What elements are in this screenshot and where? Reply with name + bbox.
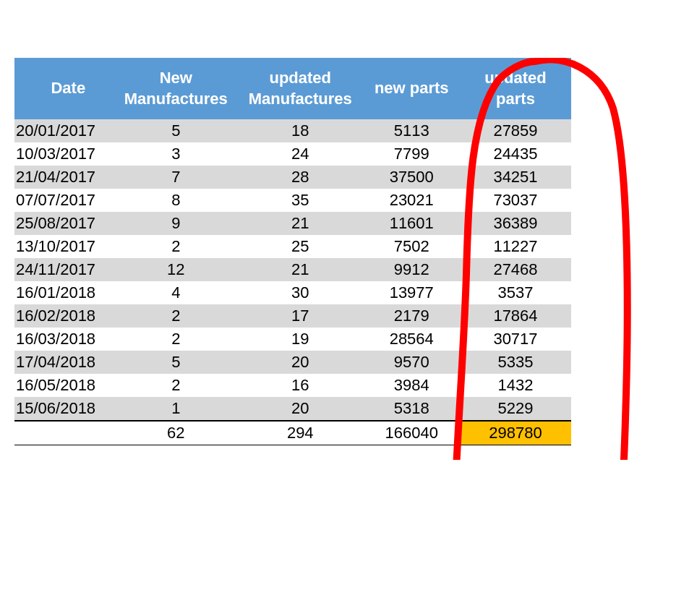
cell-updated-parts[interactable]: 5335: [460, 351, 571, 374]
cell-new-manufactures[interactable]: 2: [115, 374, 237, 397]
cell-new-parts[interactable]: 3984: [364, 374, 460, 397]
cell-updated-parts[interactable]: 3537: [460, 281, 571, 304]
cell-updated-manufactures[interactable]: 35: [237, 189, 364, 212]
cell-new-parts[interactable]: 7502: [364, 235, 460, 258]
cell-updated-manufactures[interactable]: 17: [237, 304, 364, 328]
cell-date[interactable]: 13/10/2017: [14, 235, 115, 258]
total-new-manufactures[interactable]: 62: [115, 421, 237, 445]
cell-new-parts[interactable]: 7799: [364, 142, 460, 166]
cell-date[interactable]: 15/06/2018: [14, 397, 115, 421]
cell-new-manufactures[interactable]: 3: [115, 142, 237, 166]
cell-date[interactable]: 21/04/2017: [14, 166, 115, 189]
cell-new-manufactures[interactable]: 2: [115, 304, 237, 328]
cell-new-manufactures[interactable]: 4: [115, 281, 237, 304]
cell-updated-manufactures[interactable]: 20: [237, 351, 364, 374]
cell-new-parts[interactable]: 28564: [364, 328, 460, 351]
cell-new-manufactures[interactable]: 5: [115, 351, 237, 374]
table-total-row: 62294166040298780: [14, 421, 571, 445]
cell-new-parts[interactable]: 23021: [364, 189, 460, 212]
cell-date[interactable]: 07/07/2017: [14, 189, 115, 212]
cell-updated-manufactures[interactable]: 25: [237, 235, 364, 258]
cell-updated-parts[interactable]: 1432: [460, 374, 571, 397]
cell-date[interactable]: 25/08/2017: [14, 212, 115, 235]
table-row: 25/08/20179211160136389: [14, 212, 571, 235]
table-row: 21/04/20177283750034251: [14, 166, 571, 189]
table-row: 13/10/2017225750211227: [14, 235, 571, 258]
cell-new-manufactures[interactable]: 12: [115, 258, 237, 281]
cell-updated-parts[interactable]: 36389: [460, 212, 571, 235]
cell-new-parts[interactable]: 5113: [364, 119, 460, 142]
cell-date[interactable]: 10/03/2017: [14, 142, 115, 166]
header-updated-manufactures[interactable]: updated Manufactures: [237, 58, 364, 119]
total-new-parts[interactable]: 166040: [364, 421, 460, 445]
cell-new-parts[interactable]: 37500: [364, 166, 460, 189]
cell-new-parts[interactable]: 13977: [364, 281, 460, 304]
cell-new-manufactures[interactable]: 8: [115, 189, 237, 212]
cell-updated-manufactures[interactable]: 24: [237, 142, 364, 166]
header-new-parts[interactable]: new parts: [364, 58, 460, 119]
cell-updated-manufactures[interactable]: 19: [237, 328, 364, 351]
cell-updated-parts[interactable]: 5229: [460, 397, 571, 421]
cell-updated-parts[interactable]: 30717: [460, 328, 571, 351]
cell-updated-manufactures[interactable]: 20: [237, 397, 364, 421]
cell-updated-parts[interactable]: 34251: [460, 166, 571, 189]
cell-date[interactable]: 17/04/2018: [14, 351, 115, 374]
table-row: 16/02/2018217217917864: [14, 304, 571, 328]
cell-date[interactable]: 24/11/2017: [14, 258, 115, 281]
cell-updated-parts[interactable]: 27859: [460, 119, 571, 142]
table-row: 24/11/20171221991227468: [14, 258, 571, 281]
table-row: 10/03/2017324779924435: [14, 142, 571, 166]
total-updated-parts[interactable]: 298780: [460, 421, 571, 445]
cell-updated-parts[interactable]: 27468: [460, 258, 571, 281]
cell-updated-parts[interactable]: 17864: [460, 304, 571, 328]
cell-new-manufactures[interactable]: 5: [115, 119, 237, 142]
cell-updated-parts[interactable]: 73037: [460, 189, 571, 212]
cell-new-parts[interactable]: 2179: [364, 304, 460, 328]
table-header: Date New Manufactures updated Manufactur…: [14, 58, 571, 119]
cell-updated-parts[interactable]: 24435: [460, 142, 571, 166]
cell-updated-parts[interactable]: 11227: [460, 235, 571, 258]
table-body: 20/01/201751851132785910/03/201732477992…: [14, 119, 571, 445]
cell-new-manufactures[interactable]: 1: [115, 397, 237, 421]
cell-date[interactable]: 20/01/2017: [14, 119, 115, 142]
total-date[interactable]: [14, 421, 115, 445]
cell-date[interactable]: 16/01/2018: [14, 281, 115, 304]
cell-date[interactable]: 16/02/2018: [14, 304, 115, 328]
cell-new-manufactures[interactable]: 7: [115, 166, 237, 189]
table-row: 07/07/20178352302173037: [14, 189, 571, 212]
table-row: 20/01/2017518511327859: [14, 119, 571, 142]
cell-new-parts[interactable]: 11601: [364, 212, 460, 235]
cell-date[interactable]: 16/05/2018: [14, 374, 115, 397]
cell-new-parts[interactable]: 9912: [364, 258, 460, 281]
cell-new-parts[interactable]: 5318: [364, 397, 460, 421]
table-row: 16/05/201821639841432: [14, 374, 571, 397]
cell-new-manufactures[interactable]: 9: [115, 212, 237, 235]
header-new-manufactures[interactable]: New Manufactures: [115, 58, 237, 119]
cell-updated-manufactures[interactable]: 18: [237, 119, 364, 142]
cell-new-manufactures[interactable]: 2: [115, 328, 237, 351]
data-table: Date New Manufactures updated Manufactur…: [14, 58, 571, 445]
total-updated-manufactures[interactable]: 294: [237, 421, 364, 445]
table-row: 16/01/2018430139773537: [14, 281, 571, 304]
header-updated-parts[interactable]: updated parts: [460, 58, 571, 119]
table-row: 17/04/201852095705335: [14, 351, 571, 374]
cell-new-manufactures[interactable]: 2: [115, 235, 237, 258]
table-wrapper: Date New Manufactures updated Manufactur…: [14, 58, 571, 445]
cell-updated-manufactures[interactable]: 30: [237, 281, 364, 304]
cell-updated-manufactures[interactable]: 16: [237, 374, 364, 397]
cell-updated-manufactures[interactable]: 21: [237, 258, 364, 281]
table-row: 16/03/20182192856430717: [14, 328, 571, 351]
cell-updated-manufactures[interactable]: 28: [237, 166, 364, 189]
cell-new-parts[interactable]: 9570: [364, 351, 460, 374]
header-date[interactable]: Date: [14, 58, 115, 119]
cell-updated-manufactures[interactable]: 21: [237, 212, 364, 235]
table-row: 15/06/201812053185229: [14, 397, 571, 421]
cell-date[interactable]: 16/03/2018: [14, 328, 115, 351]
